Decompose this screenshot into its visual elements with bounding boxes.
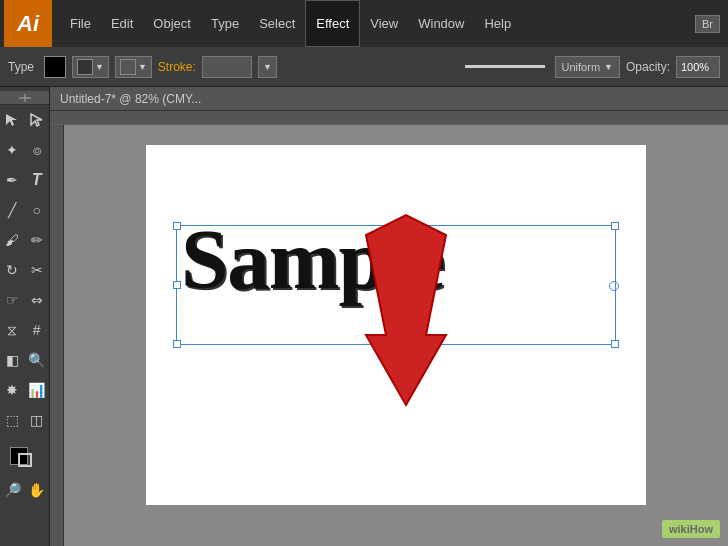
tool-row-8: ⧖ # [0,315,49,345]
gradient-tool[interactable]: ◧ [0,345,25,375]
slice-tool[interactable]: ◫ [25,405,50,435]
menu-type[interactable]: Type [201,0,249,47]
menu-window[interactable]: Window [408,0,474,47]
canvas-tab[interactable]: Untitled-7* @ 82% (CMY... [50,87,728,111]
tool-row-1 [0,105,49,135]
handle-top-right[interactable] [611,222,619,230]
tool-row-7: ☞ ⇔ [0,285,49,315]
fill-stroke-widget[interactable] [0,443,49,475]
ruler-icon [19,94,31,102]
direct-select-tool[interactable] [25,105,50,135]
scissors-tool[interactable]: ✂ [25,255,50,285]
menu-object[interactable]: Object [143,0,201,47]
type-label: Type [8,60,34,74]
tool-row-3: ✒ T [0,165,49,195]
tool-row-9: ◧ 🔍 [0,345,49,375]
fill-dropdown[interactable]: ▼ [72,56,109,78]
tool-row-5: 🖌 ✏ [0,225,49,255]
handle-bot-right[interactable] [611,340,619,348]
column-graph-tool[interactable]: 📊 [25,375,50,405]
bridge-button[interactable]: Br [695,15,720,33]
ai-logo: Ai [4,0,52,47]
toolbar: Type ▼ ▼ Stroke: ▼ Uniform ▼ Opacity: 10… [0,47,728,87]
menu-bar: Ai File Edit Object Type Select Effect V… [0,0,728,47]
stroke-dropdown[interactable]: ▼ [258,56,277,78]
pen-tool[interactable]: ✒ [0,165,25,195]
stroke-label: Stroke: [158,60,196,74]
hand-tool[interactable]: ☞ [0,285,25,315]
uniform-dropdown[interactable]: Uniform ▼ [555,56,620,78]
symbol-tool[interactable]: ✸ [0,375,25,405]
opacity-value[interactable]: 100% [676,56,720,78]
opacity-label: Opacity: [626,60,670,74]
wikihow-badge: wikiHow [662,520,720,538]
handle-bot-left[interactable] [173,340,181,348]
rotate-tool[interactable]: ↻ [0,255,25,285]
type-tool[interactable]: T [25,165,50,195]
eyedropper-tool[interactable]: 🔍 [25,345,50,375]
top-ruler [50,111,728,125]
tool-row-4: ╱ ○ [0,195,49,225]
mirror-tool[interactable]: ⇔ [25,285,50,315]
fill-swatch[interactable] [44,56,66,78]
menu-select[interactable]: Select [249,0,305,47]
menu-view[interactable]: View [360,0,408,47]
zoom-tool[interactable]: 🔎 [0,475,25,505]
line-tool[interactable]: ╱ [0,195,25,225]
menu-edit[interactable]: Edit [101,0,143,47]
lasso-tool[interactable]: ⌾ [25,135,50,165]
stroke-input[interactable] [202,56,252,78]
handle-mid-left[interactable] [173,281,181,289]
mesh-tool[interactable]: # [25,315,50,345]
magic-wand-tool[interactable]: ✦ [0,135,25,165]
select-tool[interactable] [0,105,25,135]
tool-row-2: ✦ ⌾ [0,135,49,165]
handle-top-left[interactable] [173,222,181,230]
handle-mid-right[interactable] [609,281,619,291]
uniform-label: Uniform [562,61,601,73]
paintbrush-tool[interactable]: 🖌 [0,225,25,255]
ruler-marks [50,111,728,125]
stroke-line-preview [465,65,545,68]
ruler-corner [0,91,49,105]
svg-marker-3 [366,215,446,405]
tool-row-10: ✸ 📊 [0,375,49,405]
hand-pan-tool[interactable]: ✋ [25,475,50,505]
wikihow-prefix: wiki [669,523,690,535]
ellipse-tool[interactable]: ○ [25,195,50,225]
tool-row-mode: 🔎 ✋ [0,475,49,505]
fill-stroke-row [0,443,49,475]
tool-row-11: ⬚ ◫ [0,405,49,435]
left-ruler [50,125,64,546]
stroke-type-dropdown[interactable]: ▼ [115,56,152,78]
tool-row-6: ↻ ✂ [0,255,49,285]
wikihow-suffix: How [690,523,713,535]
canvas-area: Untitled-7* @ 82% (CMY... [50,87,728,546]
document-canvas: Sample [146,145,646,505]
pencil-tool[interactable]: ✏ [25,225,50,255]
canvas-title: Untitled-7* @ 82% (CMY... [60,92,201,106]
blend-tool[interactable]: ⧖ [0,315,25,345]
menu-help[interactable]: Help [474,0,521,47]
arrow-svg [306,205,506,425]
sidebar: ✦ ⌾ ✒ T ╱ ○ 🖌 ✏ ↻ ✂ ☞ ⇔ ⧖ # ◧ 🔍 [0,87,50,546]
menu-effect[interactable]: Effect [305,0,360,47]
stroke-color [18,453,32,467]
uniform-arrow: ▼ [604,62,613,72]
red-arrow-annotation [306,205,506,429]
artboard-tool[interactable]: ⬚ [0,405,25,435]
canvas-content: Sample wikiHow [50,111,728,546]
main-area: ✦ ⌾ ✒ T ╱ ○ 🖌 ✏ ↻ ✂ ☞ ⇔ ⧖ # ◧ 🔍 [0,87,728,546]
menu-file[interactable]: File [60,0,101,47]
